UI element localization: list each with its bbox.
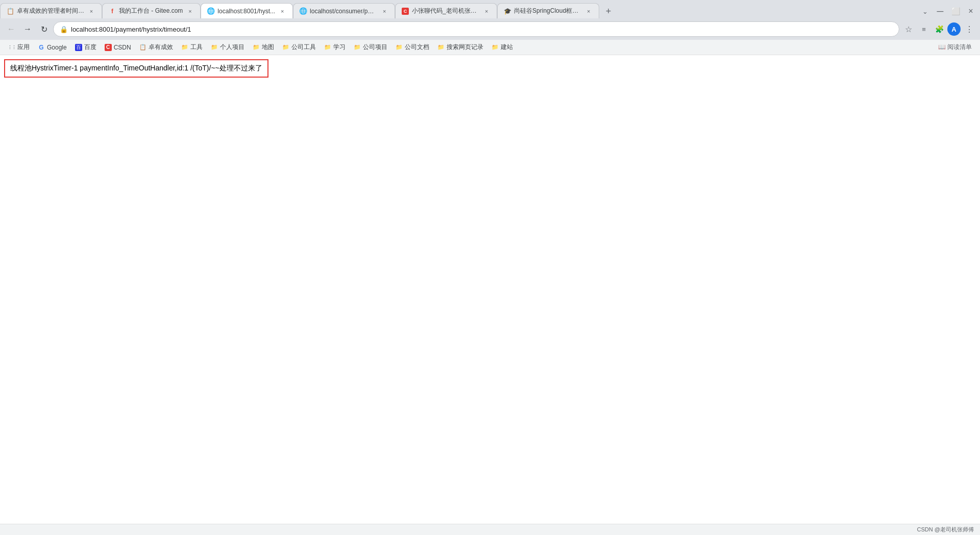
website-favicon: 📁 [492,44,499,51]
tab-4[interactable]: 🌐 localhost/consumer/payment... × [293,3,395,18]
bookmarks-bar: ⋮⋮ 应用 G Google 百 百度 C CSDN 📋 卓有成效 📁 工具 📁… [0,40,980,55]
search-history-label: 搜索网页记录 [447,43,483,52]
address-bar-container: 🔒 [53,21,899,37]
read-list-btn[interactable]: ≡ [917,22,931,36]
toolbar-icons: ☆ ≡ 🧩 A ⋮ [901,22,976,36]
tab-3-favicon: 🌐 [207,8,214,15]
tab-6-title: 尚硅谷SpringCloud框架开发... [514,7,581,15]
bookmark-baidu[interactable]: 百 百度 [71,41,101,54]
company-tools-label: 公司工具 [291,43,316,52]
tab-1-close[interactable]: × [87,7,95,15]
personal-favicon: 📁 [211,44,218,51]
forward-button[interactable]: → [20,22,35,36]
company-projects-favicon: 📁 [354,44,361,51]
tab-1-favicon: 📋 [7,8,14,15]
address-bar-row: ← → ↻ 🔒 ☆ ≡ 🧩 A ⋮ [0,18,980,40]
bookmark-personal[interactable]: 📁 个人项目 [207,41,249,54]
browser-chrome: 📋 卓有成效的管理者时间记录表 - × × f 我的工作台 - Gitee.co… [0,0,980,55]
bookmark-search-history[interactable]: 📁 搜索网页记录 [433,41,487,54]
response-box: 线程池HystrixTimer-1 paymentInfo_TimeOutHan… [4,59,268,78]
tab-6-close[interactable]: × [584,7,593,15]
apps-icon: ⋮⋮ [8,44,15,51]
tab-2[interactable]: f 我的工作台 - Gitee.com × [102,3,201,18]
study-favicon: 📁 [324,44,331,51]
tools-label: 工具 [190,43,203,52]
study-label: 学习 [333,43,346,52]
bookmark-map[interactable]: 📁 地图 [249,41,278,54]
tab-5[interactable]: C 小张聊代码_老司机张渐得_CSDN... × [395,3,497,18]
bookmark-google[interactable]: G Google [34,41,71,54]
puzzle-icon: 🧩 [935,25,944,33]
tab-4-title: localhost/consumer/payment... [310,8,377,15]
website-label: 建站 [501,43,513,52]
google-favicon: G [38,44,45,51]
star-icon: ☆ [905,25,912,34]
company-docs-favicon: 📁 [396,44,403,51]
tab-6-favicon: 🎓 [504,8,511,15]
new-tab-button[interactable]: + [601,4,616,18]
map-favicon: 📁 [253,44,260,51]
csdn-favicon: C [105,44,112,51]
tab-bar: 📋 卓有成效的管理者时间记录表 - × × f 我的工作台 - Gitee.co… [0,0,980,18]
tab-2-favicon: f [109,8,116,15]
tab-6[interactable]: 🎓 尚硅谷SpringCloud框架开发... × [497,3,599,18]
baidu-label: 百度 [84,43,96,52]
tab-3[interactable]: 🌐 localhost:8001/hyst... × [201,3,293,18]
minimize-btn[interactable]: ─ [933,4,947,18]
menu-btn[interactable]: ⋮ [962,22,976,36]
bookmark-zhuoyouxiao[interactable]: 📋 卓有成效 [135,41,177,54]
status-bar: CSDN @老司机张师傅 [0,524,980,535]
tab-1[interactable]: 📋 卓有成效的管理者时间记录表 - × × [0,3,102,18]
apps-label: 应用 [17,43,30,52]
maximize-btn[interactable]: ⬜ [948,4,963,18]
bookmark-btn[interactable]: ☆ [901,22,916,36]
tab-3-title: localhost:8001/hyst... [217,8,275,15]
tab-1-title: 卓有成效的管理者时间记录表 - × [17,7,84,15]
extensions-btn[interactable]: 🧩 [932,22,946,36]
tools-favicon: 📁 [181,44,188,51]
lock-icon: 🔒 [60,26,68,33]
bookmark-company-projects[interactable]: 📁 公司项目 [350,41,391,54]
google-label: Google [47,44,67,51]
bookmark-study[interactable]: 📁 学习 [320,41,350,54]
profile-button[interactable]: A [947,22,961,36]
bookmark-csdn[interactable]: C CSDN [101,41,135,54]
tab-2-close[interactable]: × [186,7,194,15]
tab-3-close[interactable]: × [278,7,286,15]
baidu-favicon: 百 [75,44,82,51]
csdn-label: CSDN [114,44,131,51]
tab-5-close[interactable]: × [482,7,491,15]
zhuoyouxiao-label: 卓有成效 [149,43,173,52]
personal-label: 个人项目 [220,43,244,52]
company-docs-label: 公司文档 [405,43,429,52]
reload-icon: ↻ [41,25,47,34]
forward-icon: → [23,25,32,34]
tab-4-favicon: 🌐 [300,8,307,15]
address-input[interactable] [71,26,893,33]
read-list-icon: ≡ [922,26,926,33]
bookmark-website[interactable]: 📁 建站 [487,41,517,54]
menu-icon: ⋮ [965,25,973,34]
tab-4-close[interactable]: × [380,7,388,15]
zhuoyouxiao-favicon: 📋 [139,44,146,51]
status-right-text: CSDN @老司机张师傅 [917,526,974,533]
tab-2-title: 我的工作台 - Gitee.com [119,7,183,15]
back-button[interactable]: ← [4,22,18,36]
tab-5-favicon: C [402,8,409,15]
tab-search-btn[interactable]: ⌄ [918,4,932,18]
response-text: 线程池HystrixTimer-1 paymentInfo_TimeOutHan… [10,64,262,72]
tab-5-title: 小张聊代码_老司机张渐得_CSDN... [412,7,479,15]
reload-button[interactable]: ↻ [37,22,51,36]
bookmark-tools[interactable]: 📁 工具 [177,41,207,54]
bookmark-company-tools[interactable]: 📁 公司工具 [278,41,320,54]
bookmark-company-docs[interactable]: 📁 公司文档 [391,41,433,54]
bookmark-apps[interactable]: ⋮⋮ 应用 [4,41,34,54]
page-content: 线程池HystrixTimer-1 paymentInfo_TimeOutHan… [0,55,980,535]
new-tab-icon: + [606,6,611,17]
profile-initial: A [951,26,956,33]
close-window-btn[interactable]: × [964,4,978,18]
back-icon: ← [7,25,15,34]
reading-list-icon[interactable]: 📖 阅读清单 [938,43,972,52]
company-tools-favicon: 📁 [282,44,289,51]
map-label: 地图 [262,43,274,52]
